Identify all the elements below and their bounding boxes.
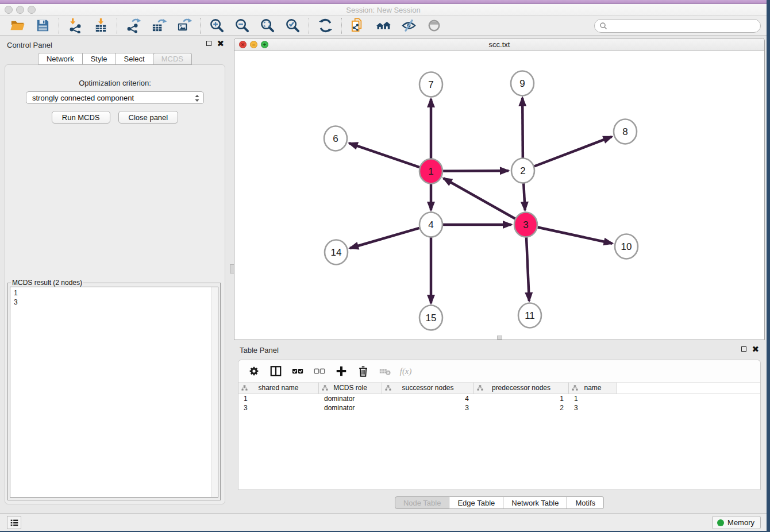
graph-node-8[interactable]: 8 (614, 119, 637, 144)
graph-edge-2-3[interactable] (523, 183, 525, 210)
zoom-in-button[interactable] (208, 17, 225, 34)
import-table-button[interactable] (92, 17, 109, 34)
toolbar-separator (309, 18, 309, 34)
tab-style[interactable]: Style (83, 53, 116, 65)
select-all-columns-button[interactable] (290, 364, 305, 378)
graph-node-15[interactable]: 15 (419, 306, 442, 330)
table-cell[interactable]: 1 (238, 394, 319, 403)
add-column-button[interactable] (334, 364, 349, 378)
float-table-panel-button[interactable] (741, 346, 746, 352)
graph-node-10[interactable]: 10 (615, 234, 638, 259)
search-box[interactable] (594, 19, 761, 33)
column-header-predecessor-nodes[interactable]: predecessor nodes (474, 383, 569, 394)
tab-network-table[interactable]: Network Table (503, 496, 567, 509)
graph-node-2[interactable]: 2 (511, 159, 534, 183)
save-session-button[interactable] (34, 17, 51, 34)
open-file-button[interactable] (9, 17, 26, 34)
zoom-out-button[interactable] (233, 17, 251, 34)
column-header-name[interactable]: name (569, 383, 617, 394)
table-row[interactable]: 1dominator411 (238, 394, 760, 403)
graph-node-1[interactable]: 1 (419, 159, 442, 184)
result-scrollbar[interactable] (211, 287, 218, 497)
export-image-button[interactable] (175, 17, 192, 34)
network-canvas[interactable]: 1234678910111415 (234, 51, 764, 340)
graph-node-4[interactable]: 4 (419, 213, 442, 237)
node-table: f(x) shared nameMCDS rolesuccessor nodes… (238, 360, 761, 490)
tab-mcds[interactable]: MCDS (153, 53, 192, 65)
memory-label: Memory (727, 518, 754, 527)
graph-edge-2-9[interactable] (522, 98, 523, 159)
graph-node-11[interactable]: 11 (518, 303, 541, 328)
toolbar-separator (59, 18, 59, 34)
unselect-all-columns-button[interactable] (312, 364, 327, 378)
network-window: ✕ − + scc.txt 1234678910111415 (234, 38, 765, 340)
graph-node-14[interactable]: 14 (325, 240, 348, 265)
function-builder-button[interactable]: f(x) (399, 364, 414, 378)
tab-edge-table[interactable]: Edge Table (449, 496, 503, 509)
close-panel-button[interactable]: ✖ (217, 41, 224, 46)
column-header-shared-name[interactable]: shared name (238, 383, 319, 394)
gear-icon (248, 365, 260, 377)
tab-node-table[interactable]: Node Table (395, 496, 450, 509)
import-network-button[interactable] (67, 17, 84, 34)
tab-motifs[interactable]: Motifs (567, 496, 604, 509)
table-cell[interactable]: 3 (238, 403, 319, 413)
hide-network-button[interactable] (400, 17, 417, 34)
tab-select[interactable]: Select (116, 53, 153, 65)
table-cell[interactable]: dominator (319, 403, 382, 413)
canvas-resize-grip[interactable] (497, 336, 502, 340)
search-input[interactable] (607, 21, 760, 31)
export-network-button[interactable] (125, 17, 142, 34)
first-neighbors-button[interactable] (375, 17, 392, 34)
float-panel-button[interactable] (206, 41, 211, 46)
status-bar: Memory (0, 513, 767, 531)
zoom-fit-icon (260, 18, 275, 33)
table-cell[interactable]: 1 (569, 394, 617, 403)
zoom-fit-button[interactable] (259, 17, 276, 34)
run-mcds-button[interactable]: Run MCDS (52, 111, 110, 124)
column-header-MCDS-role[interactable]: MCDS role (319, 383, 382, 394)
graph-edge-1-6[interactable] (349, 143, 419, 167)
result-item[interactable]: 3 (14, 298, 218, 307)
graph-edge-3-1[interactable] (444, 178, 515, 218)
network-graph[interactable]: 1234678910111415 (234, 51, 764, 340)
table-cell[interactable]: 3 (569, 403, 617, 413)
apply-layout-button[interactable] (317, 17, 334, 34)
delete-column-button[interactable] (356, 364, 371, 378)
table-cell[interactable]: 4 (382, 394, 474, 403)
vertical-splitter[interactable] (230, 36, 234, 513)
duplicate-network-button[interactable] (349, 17, 367, 34)
task-history-button[interactable] (7, 516, 21, 529)
criterion-select[interactable]: strongly connected component (26, 91, 204, 104)
graph-edge-2-8[interactable] (534, 137, 612, 167)
memory-button[interactable]: Memory (712, 516, 761, 529)
table-cell[interactable]: 2 (474, 403, 569, 413)
graph-edge-4-14[interactable] (350, 228, 419, 248)
table-cell[interactable]: dominator (319, 394, 382, 403)
export-table-button[interactable] (150, 17, 167, 34)
delete-table-button[interactable] (378, 364, 392, 378)
table-settings-button[interactable] (247, 364, 261, 378)
network-window-titlebar[interactable]: ✕ − + scc.txt (234, 38, 764, 51)
zoom-selected-button[interactable] (284, 17, 301, 34)
close-panel-button-inner[interactable]: Close panel (118, 111, 179, 124)
tab-network[interactable]: Network (38, 53, 83, 65)
graph-node-label: 3 (523, 219, 528, 230)
close-table-panel-button[interactable]: ✖ (752, 346, 759, 352)
graph-edge-1-2[interactable] (443, 171, 509, 171)
eye-icon (426, 18, 442, 33)
table-cell[interactable]: 3 (382, 403, 474, 413)
mcds-result-list[interactable]: 13 (10, 287, 218, 498)
result-item[interactable]: 1 (14, 288, 218, 298)
panel-mode-button[interactable] (268, 364, 283, 378)
graph-edge-3-10[interactable] (538, 227, 613, 243)
graph-node-3[interactable]: 3 (514, 213, 537, 237)
table-cell[interactable]: 1 (474, 394, 569, 403)
column-header-successor-nodes[interactable]: successor nodes (382, 383, 474, 394)
graph-node-7[interactable]: 7 (419, 72, 442, 97)
graph-node-6[interactable]: 6 (324, 126, 347, 151)
graph-node-9[interactable]: 9 (511, 71, 534, 96)
table-row[interactable]: 3dominator323 (238, 403, 760, 413)
graph-edge-3-11[interactable] (526, 237, 529, 301)
show-network-button[interactable] (425, 17, 442, 34)
